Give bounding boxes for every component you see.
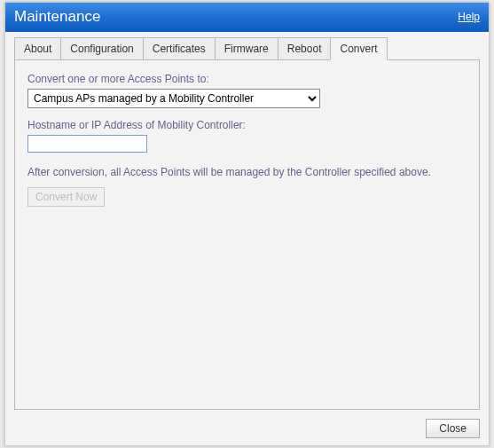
convert-now-button[interactable]: Convert Now <box>27 187 105 207</box>
tab-convert[interactable]: Convert <box>330 37 387 60</box>
close-button[interactable]: Close <box>426 419 480 438</box>
titlebar: Maintenance Help <box>5 3 489 32</box>
hostname-input[interactable] <box>27 135 147 153</box>
help-link[interactable]: Help <box>458 11 480 23</box>
tab-firmware[interactable]: Firmware <box>215 37 278 60</box>
tab-certificates[interactable]: Certificates <box>143 37 216 60</box>
convert-label: Convert one or more Access Points to: <box>27 73 467 85</box>
tab-configuration[interactable]: Configuration <box>60 37 143 60</box>
hostname-label: Hostname or IP Address of Mobility Contr… <box>27 119 467 131</box>
tab-content: Convert one or more Access Points to: Ca… <box>14 59 480 410</box>
footer: Close <box>5 415 489 445</box>
tab-bar: About Configuration Certificates Firmwar… <box>5 32 489 60</box>
conversion-note: After conversion, all Access Points will… <box>27 166 467 178</box>
convert-select[interactable]: Campus APs managed by a Mobility Control… <box>27 89 320 108</box>
window-title: Maintenance <box>14 8 100 26</box>
maintenance-window: Maintenance Help About Configuration Cer… <box>4 2 490 446</box>
tab-reboot[interactable]: Reboot <box>278 37 332 60</box>
tab-about[interactable]: About <box>14 37 61 60</box>
